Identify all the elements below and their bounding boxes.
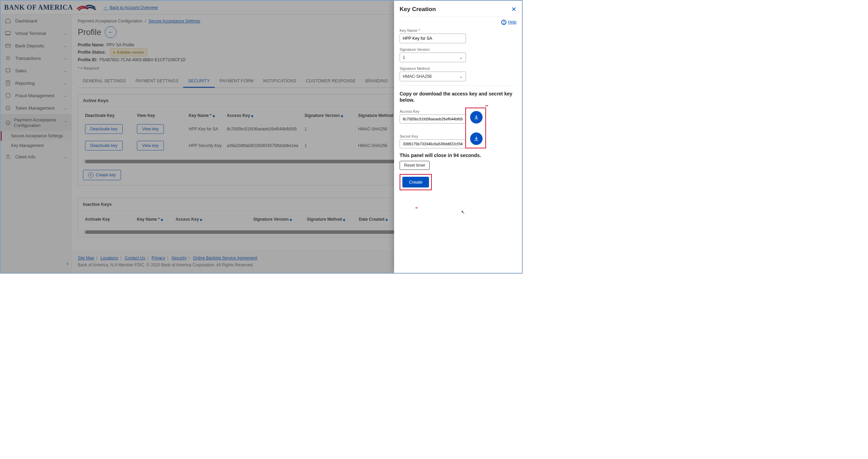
key-name-input[interactable] <box>400 34 466 43</box>
sigver-value: 1 <box>403 55 405 60</box>
annotation-mark <box>416 208 418 208</box>
key-creation-drawer: Key Creation ✕ ? Help Key Name * Signatu… <box>394 1 522 273</box>
download-secret-key-button[interactable] <box>470 132 483 145</box>
drawer-title: Key Creation <box>400 6 436 13</box>
help-link[interactable]: ? Help <box>501 20 516 25</box>
sigmethod-label: Signature Method <box>400 66 516 71</box>
cursor-icon: ↖ <box>461 210 465 215</box>
key-name-label: Key Name * <box>400 28 516 33</box>
secret-key-label: Secret Key <box>400 134 466 138</box>
download-access-key-button[interactable] <box>470 111 483 123</box>
help-link-text: Help <box>508 20 516 25</box>
sigver-label: Signature Version <box>400 47 516 52</box>
timer-text: This panel will close in 94 seconds. <box>400 153 516 158</box>
access-key-label: Access Key <box>400 109 466 113</box>
access-key-input[interactable] <box>400 114 466 123</box>
sigmethod-value: HMAC-SHA256 <box>403 74 432 79</box>
create-button[interactable]: Create <box>402 177 429 187</box>
chevron-down-icon: ⌄ <box>459 74 463 79</box>
close-icon[interactable]: ✕ <box>511 6 516 13</box>
reset-timer-button[interactable]: Reset timer <box>400 161 430 170</box>
sigver-select[interactable]: 1 ⌄ <box>400 53 466 62</box>
copy-instructions: Copy or download the access key and secr… <box>400 91 516 104</box>
help-circle-icon: ? <box>501 20 506 25</box>
modal-overlay <box>1 1 394 273</box>
sigmethod-select[interactable]: HMAC-SHA256 ⌄ <box>400 72 466 81</box>
chevron-down-icon: ⌄ <box>459 55 463 60</box>
secret-key-input[interactable] <box>400 139 466 148</box>
